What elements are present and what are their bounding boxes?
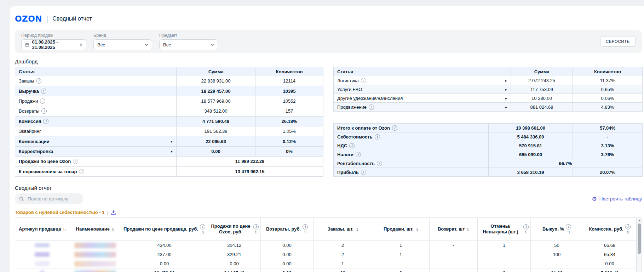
- zero-cost-label[interactable]: Товаров с нулевой себестоимостью - 1: [15, 210, 104, 215]
- stat-label: Логистика: [337, 78, 359, 83]
- info-icon[interactable]: i: [36, 78, 41, 84]
- info-icon[interactable]: i: [356, 152, 361, 157]
- info-icon[interactable]: i: [41, 108, 47, 114]
- column-header-label: Статья: [15, 67, 177, 76]
- report-toolbar: ⚙ Настроить таблицу: [15, 193, 642, 204]
- info-icon[interactable]: i: [369, 104, 374, 110]
- expand-row-icon[interactable]: ▸: [505, 87, 507, 91]
- search-input[interactable]: [27, 196, 78, 202]
- dashboard-header-row: СтатьяСуммаКоличество: [15, 67, 323, 76]
- info-icon[interactable]: i: [392, 125, 397, 131]
- stat-label: Заказы: [19, 78, 34, 84]
- column-header[interactable]: Наименование↑↓: [69, 218, 121, 241]
- value-cell: 81.82: [531, 268, 583, 272]
- info-icon[interactable]: i: [73, 159, 78, 164]
- info-icon[interactable]: i: [361, 78, 366, 83]
- stat-label-cell: Эквайринг: [15, 126, 177, 136]
- column-label: Отмены/Невыкупы (шт.): [479, 223, 522, 235]
- sort-icon[interactable]: ↑↓: [467, 227, 470, 231]
- column-header[interactable]: Выкуп, %i↑↓: [531, 218, 583, 241]
- table-row: Компенсации▸22 095.630.12%: [15, 136, 323, 146]
- info-icon[interactable]: i: [361, 170, 366, 175]
- filter-period: Период продаж 01.08.2025 - 31.08.2025 ×: [21, 33, 86, 50]
- arrow-up-icon: [638, 220, 641, 221]
- expand-row-icon[interactable]: ▸: [505, 105, 507, 109]
- download-icon[interactable]: [111, 210, 116, 215]
- column-header[interactable]: Заказы, шт.↑↓: [314, 218, 372, 241]
- sum-value-cell: 685 099.00: [489, 150, 573, 159]
- table-row: 437.00329.210.0021--10065.84: [15, 250, 637, 259]
- value-cell: 36 459.00: [121, 268, 208, 272]
- sort-icon[interactable]: ↑↓: [111, 227, 114, 231]
- configure-table-label: Настроить таблицу: [599, 196, 642, 202]
- info-icon[interactable]: i: [566, 224, 571, 230]
- info-icon[interactable]: i: [43, 119, 48, 124]
- seller-article-cell: [15, 268, 69, 272]
- vertical-scrollbar[interactable]: [637, 217, 642, 272]
- reset-filters-button[interactable]: СБРОСИТЬ: [600, 36, 636, 47]
- scroll-up-button[interactable]: [637, 218, 642, 223]
- column-header[interactable]: Продажи по цене Ozon, руб.i↑↓: [208, 218, 261, 241]
- sum-value-cell: 18 229 457.00: [177, 86, 255, 96]
- search-box[interactable]: [15, 193, 83, 204]
- date-range-input[interactable]: 01.08.2025 - 31.08.2025 ×: [21, 39, 86, 50]
- sort-icon[interactable]: ↑↓: [567, 230, 570, 234]
- sort-icon[interactable]: ↑↓: [626, 230, 629, 234]
- info-icon[interactable]: i: [41, 89, 46, 94]
- stat-label: К перечислению за товар: [19, 169, 77, 174]
- value-cell: -: [531, 259, 583, 268]
- scrollbar-thumb[interactable]: [638, 223, 641, 254]
- sort-icon[interactable]: ↑↓: [304, 230, 307, 234]
- expand-row-icon[interactable]: ▸: [171, 149, 173, 153]
- dashboard: СтатьяСуммаКоличество Заказыi22 838 931.…: [15, 67, 642, 177]
- seller-article-cell: [15, 250, 69, 259]
- info-icon[interactable]: i: [79, 169, 84, 174]
- table-row: Заказыi22 838 931.0012114: [15, 76, 323, 86]
- info-icon[interactable]: i: [303, 224, 308, 230]
- expand-row-icon[interactable]: ▸: [171, 140, 173, 143]
- sort-icon[interactable]: ↑↓: [63, 227, 65, 231]
- info-icon[interactable]: i: [253, 224, 259, 230]
- configure-table-link[interactable]: ⚙ Настроить таблицу: [592, 196, 642, 202]
- subject-select[interactable]: Все: [159, 39, 218, 50]
- column-header[interactable]: Отмены/Невыкупы (шт.)i↑↓: [478, 218, 531, 241]
- sort-icon[interactable]: ↑↓: [201, 230, 204, 234]
- sort-icon[interactable]: ↑↓: [525, 230, 528, 234]
- value-cell: 304.12: [208, 241, 261, 250]
- column-header[interactable]: Артикул продавца↑↓: [15, 218, 69, 241]
- clear-date-icon[interactable]: ×: [80, 42, 82, 47]
- info-icon[interactable]: i: [349, 143, 355, 148]
- info-icon[interactable]: i: [375, 134, 380, 140]
- app-header: OZON | Сводный отчет: [15, 6, 642, 24]
- column-header[interactable]: Возвраты, руб.i↑↓: [261, 218, 314, 241]
- column-header[interactable]: Комиссия, руб.i↑↓: [583, 218, 637, 241]
- stat-label: Комиссия: [19, 119, 41, 124]
- expand-row-icon[interactable]: ▸: [505, 96, 507, 100]
- column-header[interactable]: Продажи по цене продавца, руб.i↑↓: [121, 218, 208, 241]
- column-header[interactable]: Возврат, шт↑↓: [430, 218, 478, 241]
- product-name-cell: [69, 250, 121, 259]
- info-icon[interactable]: i: [40, 98, 45, 104]
- column-label: Наименование: [76, 226, 110, 232]
- column-label: Комиссия, руб.: [589, 226, 623, 232]
- sort-icon[interactable]: ↑↓: [355, 227, 358, 231]
- sum-value-cell: 881 024.68: [511, 103, 573, 112]
- value-cell: 0.00: [261, 259, 314, 268]
- info-icon[interactable]: i: [200, 224, 205, 230]
- dashboard-title: Дашборд: [15, 58, 642, 64]
- column-label: Возврат, шт: [438, 226, 465, 232]
- brand-select[interactable]: Все: [93, 39, 152, 50]
- product-name-cell: [69, 241, 121, 250]
- sort-icon[interactable]: ↑↓: [255, 230, 258, 234]
- info-icon[interactable]: i: [523, 224, 529, 230]
- value-cell: 66.68: [583, 241, 637, 250]
- table-row: Возвратыi348 512.00157: [15, 106, 323, 116]
- expand-row-icon[interactable]: ▸: [505, 79, 507, 83]
- info-icon[interactable]: i: [377, 161, 382, 166]
- gear-icon: ⚙: [592, 196, 597, 202]
- sort-icon[interactable]: ↑↓: [415, 227, 418, 231]
- value-cell: 1: [314, 259, 372, 268]
- info-icon[interactable]: i: [625, 224, 631, 230]
- column-header[interactable]: Продажи, шт.↑↓: [372, 218, 430, 241]
- stat-label-cell: К перечислению за товарi: [15, 166, 177, 176]
